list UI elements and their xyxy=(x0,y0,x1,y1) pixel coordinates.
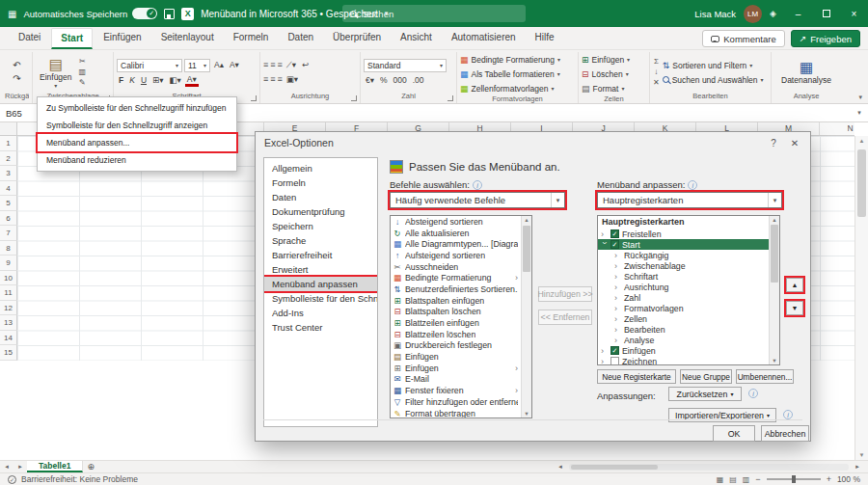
zoom-slider[interactable] xyxy=(767,478,821,480)
tab-daten[interactable]: Daten xyxy=(279,28,322,49)
row-header-1[interactable]: 1 xyxy=(0,136,17,151)
dialog-close-icon[interactable]: ✕ xyxy=(788,138,801,148)
sidebar-item-symbolleiste-f-r-den-schnellzugriff[interactable]: Symbolleiste für den Schnellzugriff xyxy=(264,291,377,306)
row-header-3[interactable]: 3 xyxy=(0,166,17,181)
row-header-4[interactable]: 4 xyxy=(0,181,17,197)
align-left-icon[interactable]: ≡ xyxy=(263,74,268,85)
paste-button[interactable]: ▤ Einfügen ▾ xyxy=(36,57,76,89)
align-right-icon[interactable]: ≡ xyxy=(278,74,283,85)
row-header-15[interactable]: 15 xyxy=(0,345,17,361)
tree-item-analyse[interactable]: ›Analyse xyxy=(598,335,769,345)
row-header-7[interactable]: 7 xyxy=(0,226,17,241)
accessibility-status[interactable]: Barrierefreiheit: Keine Probleme xyxy=(21,474,138,484)
context-menu-item-symbolleiste-f-r-den-schnellzugriff-anzeigen[interactable]: Symbolleiste für den Schnellzugriff anze… xyxy=(38,117,236,134)
row-header-11[interactable]: 11 xyxy=(0,285,17,301)
autosum-icon[interactable]: Σ xyxy=(653,57,660,67)
command-item-fenster-fixieren[interactable]: ▦Fenster fixieren› xyxy=(391,385,520,396)
shrink-font-icon[interactable]: A▾ xyxy=(228,59,241,71)
number-format-select[interactable]: Standard▾ xyxy=(364,59,447,72)
collapse-ribbon-icon[interactable]: ▾ xyxy=(858,94,862,101)
expand-chevron-icon[interactable]: › xyxy=(614,293,621,303)
checkbox-icon[interactable] xyxy=(610,357,619,365)
expand-chevron-icon[interactable]: › xyxy=(614,272,621,282)
merge-center-icon[interactable]: ▣▾ xyxy=(285,73,300,86)
sort-filter-button[interactable]: ⇅Sortieren und Filtern▾ xyxy=(663,59,768,71)
tab-ansicht[interactable]: Ansicht xyxy=(392,28,441,49)
command-item-einf-gen[interactable]: ⊞Einfügen› xyxy=(391,363,520,374)
expand-chevron-icon[interactable]: › xyxy=(600,241,610,248)
row-header-14[interactable]: 14 xyxy=(0,331,17,346)
font-color-icon[interactable]: A▾ xyxy=(185,74,199,87)
clear-icon[interactable]: ✕ xyxy=(653,78,660,88)
fill-icon[interactable]: ↓ xyxy=(653,67,660,77)
ok-button[interactable]: OK xyxy=(713,425,755,442)
tree-item-schriftart[interactable]: ›Schriftart xyxy=(598,271,769,282)
undo-icon[interactable]: ↶ xyxy=(5,60,29,71)
command-item-alle-diagrammtypen-diagra[interactable]: ▦Alle Diagrammtypen... [Diagra... xyxy=(391,238,520,250)
rename-button[interactable]: Umbenennen... xyxy=(736,369,794,384)
vertical-scrollbar[interactable]: ▲ ▼ xyxy=(854,136,868,460)
tab-einf-gen[interactable]: Einfügen xyxy=(95,28,149,49)
tab-seitenlayout[interactable]: Seitenlayout xyxy=(152,28,223,49)
sidebar-item-daten[interactable]: Daten xyxy=(264,190,377,204)
reset-button[interactable]: Zurücksetzen▾ xyxy=(668,387,742,401)
cut-icon[interactable]: ✂ xyxy=(79,57,87,67)
next-sheet-icon[interactable]: ▸ xyxy=(14,461,27,472)
expand-chevron-icon[interactable]: › xyxy=(614,261,621,271)
new-tab-button[interactable]: Neue Registerkarte xyxy=(597,369,676,384)
expand-chevron-icon[interactable]: › xyxy=(614,336,621,345)
command-list-scrollbar[interactable]: ▲▼ xyxy=(521,216,531,418)
tree-item-formatvorlagen[interactable]: ›Formatvorlagen xyxy=(598,303,769,313)
autosave-toggle[interactable]: Automatisches Speichern xyxy=(23,8,157,19)
tab-berpr-fen[interactable]: Überprüfen xyxy=(324,28,390,49)
command-item-blattzeilen-l-schen[interactable]: ⊟Blattzeilen löschen xyxy=(391,329,520,340)
align-top-icon[interactable]: ≡ xyxy=(263,60,268,70)
context-menu-item-men-band-anpassen[interactable]: Menüband anpassen... xyxy=(38,134,236,151)
command-item-bedingte-formatierung[interactable]: ▦Bedingte Formatierung› xyxy=(391,272,520,283)
move-up-button[interactable]: ▲ xyxy=(786,278,803,292)
info-icon[interactable] xyxy=(473,180,482,190)
scroll-up-icon[interactable]: ▲ xyxy=(855,138,868,144)
tree-scrollbar[interactable]: ▲▼ xyxy=(769,216,779,364)
scrollbar-thumb[interactable] xyxy=(571,465,658,470)
scrollbar-thumb[interactable] xyxy=(857,149,866,217)
tree-item-ausrichtung[interactable]: ›Ausrichtung xyxy=(598,282,769,292)
sidebar-item-trust-center[interactable]: Trust Center xyxy=(264,320,377,335)
dialog-launcher-icon[interactable] xyxy=(351,95,357,101)
scroll-right-icon[interactable]: ▸ xyxy=(851,463,864,471)
command-item-absteigend-sortieren[interactable]: ↓Absteigend sortieren xyxy=(391,216,520,228)
column-header-n[interactable]: N xyxy=(820,122,854,135)
page-break-view-icon[interactable]: ▥ xyxy=(743,475,750,484)
tree-item-zeichnen[interactable]: ›Zeichnen xyxy=(598,356,769,365)
command-item-format-bertragen[interactable]: ✎Format übertragen xyxy=(391,408,520,418)
currency-format-icon[interactable]: €▾ xyxy=(364,74,376,87)
scrollbar-thumb[interactable] xyxy=(771,225,778,283)
cancel-button[interactable]: Abbrechen xyxy=(761,425,809,442)
percent-format-icon[interactable]: % xyxy=(378,74,390,87)
megaphone-icon[interactable]: ◈ xyxy=(770,9,776,18)
data-analysis-button[interactable]: ▦ Datenanalyse xyxy=(777,60,835,85)
command-item-benutzerdefiniertes-sortieren[interactable]: ⇅Benutzerdefiniertes Sortieren... xyxy=(391,283,520,295)
comma-format-icon[interactable]: 000 xyxy=(392,74,409,87)
expand-chevron-icon[interactable]: › xyxy=(614,251,621,260)
row-header-12[interactable]: 12 xyxy=(0,301,17,316)
checkbox-icon[interactable]: ✓ xyxy=(610,229,619,238)
sidebar-item-formeln[interactable]: Formeln xyxy=(264,175,377,190)
tab-automatisieren[interactable]: Automatisieren xyxy=(443,28,525,49)
avatar[interactable]: LM xyxy=(744,5,762,23)
context-menu-item-men-band-reduzieren[interactable]: Menüband reduzieren xyxy=(38,151,236,169)
font-size-select[interactable]: 11▾ xyxy=(184,59,210,72)
app-launcher-icon[interactable]: ▦ xyxy=(8,9,16,19)
add-sheet-button[interactable]: ⊕ xyxy=(83,461,98,472)
sidebar-item-speichern[interactable]: Speichern xyxy=(264,219,377,233)
command-item-einf-gen[interactable]: ▤Einfügen xyxy=(391,351,520,363)
ribbon-dropdown[interactable]: Hauptregisterkarten▾ xyxy=(597,192,782,208)
info-icon[interactable] xyxy=(783,410,793,419)
align-bottom-icon[interactable]: ≡ xyxy=(278,60,283,70)
zoom-out-icon[interactable]: − xyxy=(755,474,760,484)
expand-chevron-icon[interactable]: › xyxy=(614,325,621,335)
sheet-tab[interactable]: Tabelle1 xyxy=(27,461,83,472)
font-name-select[interactable]: Calibri▾ xyxy=(117,59,182,72)
checkbox-icon[interactable]: ✓ xyxy=(610,240,619,249)
sidebar-item-dokumentpr-fung[interactable]: Dokumentprüfung xyxy=(264,204,377,219)
